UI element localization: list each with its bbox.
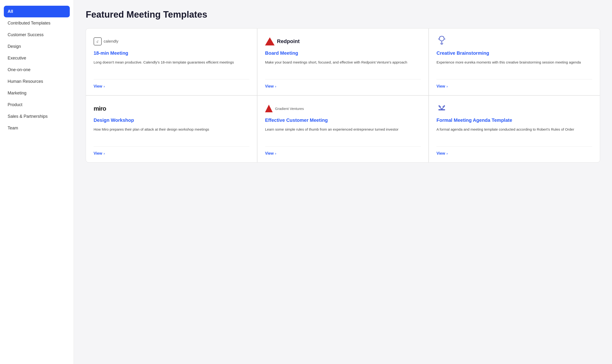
template-card-board: Redpoint Board Meeting Make your board m…: [258, 28, 428, 95]
template-card-customer-meeting: Gradient Ventures Effective Customer Mee…: [258, 96, 428, 162]
calendly-icon: c: [94, 37, 102, 45]
card-title-workshop: Design Workshop: [94, 117, 249, 123]
svg-point-11: [441, 108, 442, 110]
card-logo-board: Redpoint: [265, 36, 421, 47]
svg-point-7: [444, 39, 445, 39]
redpoint-logo: Redpoint: [265, 37, 299, 45]
card-description-customer-meeting: Learn some simple rules of thumb from an…: [265, 127, 421, 140]
chevron-right-icon: ›: [104, 84, 105, 88]
view-link-customer-meeting[interactable]: View ›: [265, 151, 276, 156]
svg-point-5: [443, 37, 444, 38]
sidebar-item-contributed[interactable]: Contributed Templates: [0, 17, 74, 29]
card-logo-formal: [436, 103, 592, 114]
chevron-right-icon: ›: [275, 84, 276, 88]
card-footer-formal: View ›: [436, 146, 592, 156]
sidebar-item-marketing[interactable]: Marketing: [0, 87, 74, 99]
card-logo-18min: c calendly: [94, 36, 249, 47]
svg-point-6: [438, 39, 439, 39]
sidebar-item-human-resources[interactable]: Human Resources: [0, 76, 74, 87]
sidebar-item-one-on-one[interactable]: One-on-one: [0, 64, 74, 76]
sidebar-item-executive[interactable]: Executive: [0, 52, 74, 64]
card-logo-customer-meeting: Gradient Ventures: [265, 103, 421, 114]
template-card-18min: c calendly 18-min Meeting Long doesn't m…: [86, 28, 257, 95]
sidebar-item-design[interactable]: Design: [0, 41, 74, 52]
templates-grid: c calendly 18-min Meeting Long doesn't m…: [86, 28, 600, 162]
template-card-workshop: miro Design Workshop How Miro prepares t…: [86, 96, 257, 162]
sidebar: AllContributed TemplatesCustomer Success…: [0, 0, 74, 364]
formal-icon: [436, 103, 447, 115]
redpoint-text: Redpoint: [277, 38, 299, 44]
card-description-brainstorm: Experience more eureka moments with this…: [436, 59, 592, 73]
chevron-right-icon: ›: [447, 84, 448, 88]
view-label-18min: View: [94, 84, 102, 89]
app-layout: AllContributed TemplatesCustomer Success…: [0, 0, 612, 364]
gradient-logo: Gradient Ventures: [265, 105, 304, 112]
main-content: Featured Meeting Templates c calendly 18…: [74, 0, 612, 364]
calendly-text: calendly: [104, 39, 118, 44]
gradient-text: Gradient Ventures: [275, 107, 304, 111]
card-logo-workshop: miro: [94, 103, 249, 114]
card-footer-customer-meeting: View ›: [265, 146, 421, 156]
gradient-v-icon: [265, 105, 273, 112]
view-label-formal: View: [436, 151, 445, 156]
redpoint-triangle-icon: [265, 37, 274, 45]
card-description-18min: Long doesn't mean productive. Calendly's…: [94, 59, 249, 73]
card-footer-brainstorm: View ›: [436, 79, 592, 89]
chevron-right-icon: ›: [104, 152, 105, 155]
card-logo-brainstorm: [436, 36, 592, 47]
card-footer-18min: View ›: [94, 79, 249, 89]
card-title-brainstorm: Creative Brainstorming: [436, 50, 592, 56]
view-link-workshop[interactable]: View ›: [94, 151, 105, 156]
view-link-formal[interactable]: View ›: [436, 151, 448, 156]
sidebar-item-product[interactable]: Product: [0, 99, 74, 111]
view-label-board: View: [265, 84, 274, 89]
chevron-right-icon: ›: [275, 152, 276, 155]
card-title-board: Board Meeting: [265, 50, 421, 56]
template-card-brainstorm: Creative Brainstorming Experience more e…: [429, 28, 600, 95]
sidebar-item-team[interactable]: Team: [0, 122, 74, 134]
miro-logo: miro: [94, 105, 106, 112]
card-title-18min: 18-min Meeting: [94, 50, 249, 56]
card-description-board: Make your board meetings short, focused,…: [265, 59, 421, 73]
calendly-logo: c calendly: [94, 37, 118, 45]
view-label-workshop: View: [94, 151, 102, 156]
sidebar-item-all[interactable]: All: [4, 6, 70, 17]
view-label-brainstorm: View: [436, 84, 445, 89]
card-footer-workshop: View ›: [94, 146, 249, 156]
template-card-formal: Formal Meeting Agenda Template A formal …: [429, 96, 600, 162]
svg-point-4: [439, 37, 440, 38]
card-description-workshop: How Miro prepares their plan of attack a…: [94, 127, 249, 140]
view-link-brainstorm[interactable]: View ›: [436, 84, 448, 89]
card-title-formal: Formal Meeting Agenda Template: [436, 117, 592, 123]
view-link-board[interactable]: View ›: [265, 84, 276, 89]
card-footer-board: View ›: [265, 79, 421, 89]
brainstorm-icon: [436, 35, 447, 48]
view-label-customer-meeting: View: [265, 151, 274, 156]
sidebar-item-customer-success[interactable]: Customer Success: [0, 29, 74, 41]
card-description-formal: A formal agenda and meeting template con…: [436, 127, 592, 140]
sidebar-item-sales[interactable]: Sales & Partnerships: [0, 111, 74, 122]
view-link-18min[interactable]: View ›: [94, 84, 105, 89]
chevron-right-icon: ›: [447, 152, 448, 155]
page-title: Featured Meeting Templates: [86, 10, 600, 20]
card-title-customer-meeting: Effective Customer Meeting: [265, 117, 421, 123]
